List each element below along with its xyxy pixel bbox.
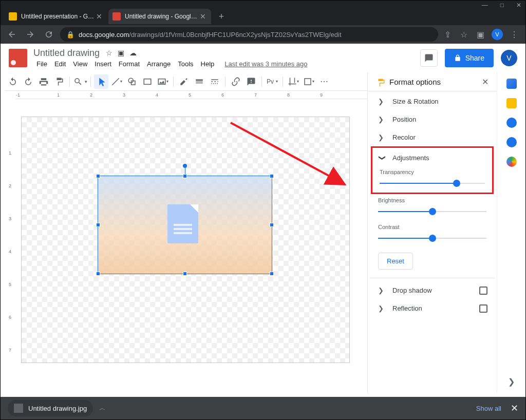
show-all-downloads[interactable]: Show all <box>476 405 501 412</box>
menu-tools[interactable]: Tools <box>175 59 196 69</box>
chevron-right-icon: ❯ <box>378 304 383 312</box>
close-tab-icon[interactable]: ✕ <box>95 12 103 21</box>
forward-button[interactable] <box>23 27 37 42</box>
menu-format[interactable]: Format <box>116 59 143 69</box>
image-tool[interactable]: ▾ <box>156 74 170 89</box>
menu-view[interactable]: View <box>70 59 90 69</box>
undo-button[interactable] <box>6 74 20 89</box>
crop-tool[interactable]: ▾ <box>286 74 300 89</box>
resize-handle-s[interactable] <box>183 272 187 276</box>
resize-handle-se[interactable] <box>270 272 274 276</box>
tab-overview-icon[interactable]: ▣ <box>475 29 485 40</box>
reset-button[interactable]: Reset <box>378 253 413 270</box>
transparency-slider[interactable] <box>380 178 485 188</box>
bookmark-icon[interactable]: ☆ <box>459 29 469 40</box>
rotation-handle[interactable] <box>183 164 187 168</box>
font-family[interactable]: Pv▾ <box>265 74 279 89</box>
menu-insert[interactable]: Insert <box>91 59 115 69</box>
insert-link[interactable] <box>229 74 243 89</box>
share-button[interactable]: Share <box>445 49 494 67</box>
paint-format-button[interactable] <box>52 74 66 89</box>
cloud-status-icon[interactable]: ☁ <box>129 49 137 57</box>
menu-bar: File Edit View Insert Format Arrange Too… <box>33 59 311 69</box>
line-tool[interactable]: ▾ <box>109 74 124 89</box>
chevron-right-icon: ❯ <box>378 133 383 141</box>
contacts-icon[interactable] <box>506 137 517 147</box>
browser-tab-slides[interactable]: Untitled presentation - Google S ✕ <box>5 9 107 24</box>
section-drop-shadow[interactable]: ❯ Drop shadow <box>370 281 495 299</box>
comment-icon <box>424 53 434 63</box>
tasks-icon[interactable] <box>506 118 517 128</box>
reload-button[interactable] <box>42 27 56 42</box>
move-icon[interactable]: ▣ <box>118 49 124 57</box>
browser-tab-drawings[interactable]: Untitled drawing - Google Draw ✕ <box>108 9 211 24</box>
calendar-icon[interactable] <box>506 79 517 89</box>
chevron-up-icon[interactable]: ︿ <box>99 404 106 413</box>
close-download-bar[interactable]: ✕ <box>511 403 518 414</box>
brightness-label: Brightness <box>378 197 486 203</box>
star-icon[interactable]: ☆ <box>106 49 112 57</box>
close-panel-icon[interactable]: ✕ <box>482 77 489 87</box>
drop-shadow-checkbox[interactable] <box>479 287 487 295</box>
adjustments-header[interactable]: ❯ Adjustments <box>380 152 485 167</box>
insert-comment[interactable] <box>244 74 258 89</box>
section-recolor[interactable]: ❯ Recolor <box>370 128 495 146</box>
more-tools[interactable]: ⋯ <box>317 74 331 89</box>
selected-image[interactable] <box>98 176 272 274</box>
brightness-slider[interactable] <box>378 206 486 217</box>
redo-button[interactable] <box>21 74 35 89</box>
maps-icon[interactable] <box>506 157 517 167</box>
section-size-rotation[interactable]: ❯ Size & Rotation <box>370 92 495 110</box>
app-header: Untitled drawing ☆ ▣ ☁ File Edit View In… <box>1 44 525 72</box>
profile-avatar[interactable]: V <box>492 29 503 40</box>
share-page-icon[interactable]: ⇪ <box>442 29 453 40</box>
print-button[interactable] <box>36 74 51 89</box>
menu-arrange[interactable]: Arrange <box>144 59 174 69</box>
resize-handle-w[interactable] <box>96 223 100 227</box>
minimize-icon[interactable]: — <box>482 2 488 9</box>
drawing-canvas[interactable] <box>21 117 350 363</box>
reflection-checkbox[interactable] <box>479 304 487 313</box>
section-reflection[interactable]: ❯ Reflection <box>370 299 495 313</box>
svg-rect-4 <box>305 79 311 85</box>
account-avatar[interactable]: V <box>501 50 517 66</box>
url-input[interactable]: 🔒 docs.google.com/drawings/d/1fVrmL0Bcnb… <box>60 27 438 42</box>
resize-handle-sw[interactable] <box>96 272 100 276</box>
expand-rail-icon[interactable]: ❯ <box>508 377 515 387</box>
new-tab-button[interactable]: + <box>214 9 229 24</box>
last-edit-link[interactable]: Last edit was 3 minutes ago <box>221 59 310 69</box>
shape-tool[interactable] <box>125 74 139 89</box>
chevron-right-icon: ❯ <box>378 98 383 105</box>
resize-handle-e[interactable] <box>270 223 274 227</box>
comments-button[interactable] <box>420 49 438 67</box>
maximize-icon[interactable]: □ <box>500 2 504 9</box>
border-color[interactable] <box>177 74 191 89</box>
download-chip[interactable]: Untitled drawing.jpg <box>8 400 93 416</box>
border-dash[interactable] <box>208 74 222 89</box>
menu-file[interactable]: File <box>33 59 50 69</box>
resize-handle-n[interactable] <box>183 174 187 178</box>
close-window-icon[interactable]: ✕ <box>516 2 521 9</box>
mask-tool[interactable]: ▾ <box>302 74 316 89</box>
close-tab-icon[interactable]: ✕ <box>199 12 207 21</box>
resize-handle-nw[interactable] <box>96 174 100 178</box>
textbox-tool[interactable] <box>140 74 155 89</box>
back-button[interactable] <box>5 27 19 42</box>
contrast-slider[interactable] <box>378 233 486 243</box>
section-position[interactable]: ❯ Position <box>370 110 495 128</box>
resize-handle-ne[interactable] <box>270 174 274 178</box>
ruler-horizontal: -1 1 2 3 4 5 6 7 8 9 <box>16 91 367 99</box>
window-controls[interactable]: — □ ✕ <box>482 1 521 8</box>
contrast-label: Contrast <box>378 224 486 230</box>
keep-icon[interactable] <box>506 98 517 108</box>
drawings-logo[interactable] <box>9 49 27 67</box>
doc-title[interactable]: Untitled drawing <box>33 48 100 59</box>
zoom-dropdown[interactable]: ▾ <box>73 74 87 89</box>
menu-edit[interactable]: Edit <box>51 59 69 69</box>
chrome-menu-icon[interactable]: ⋮ <box>509 29 519 40</box>
border-weight[interactable] <box>192 74 206 89</box>
doc-file-icon <box>167 204 198 243</box>
menu-help[interactable]: Help <box>198 59 218 69</box>
select-tool[interactable] <box>94 74 108 89</box>
lock-icon: 🔒 <box>66 31 74 39</box>
